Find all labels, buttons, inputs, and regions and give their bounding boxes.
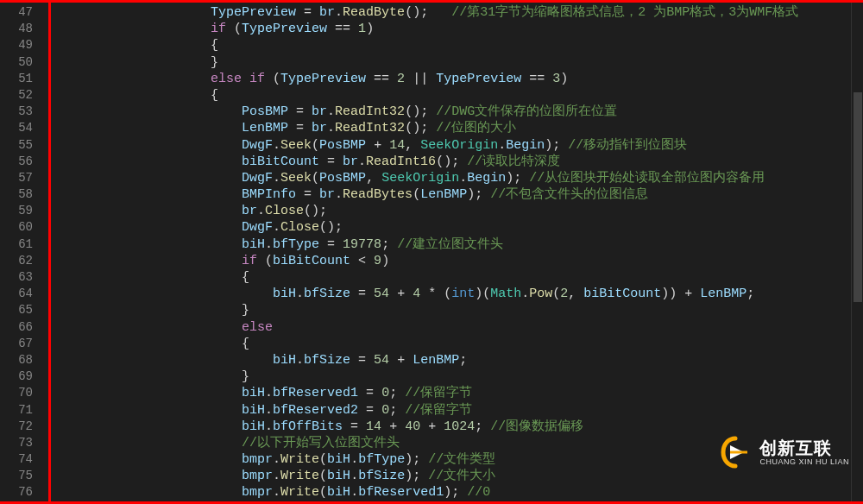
vertical-scrollbar[interactable] xyxy=(851,3,863,501)
code-line[interactable]: if (biBitCount < 9) xyxy=(55,253,863,269)
code-line[interactable]: } xyxy=(55,302,863,318)
code-editor: 4748495051525354555657585960616263646566… xyxy=(0,0,863,504)
line-number: 60 xyxy=(0,219,33,236)
code-line[interactable]: biH.bfOffBits = 14 + 40 + 1024; //图像数据偏移 xyxy=(55,419,863,435)
line-number: 48 xyxy=(0,21,33,37)
code-content[interactable]: TypePreview = br.ReadByte(); //第31字节为缩略图… xyxy=(48,3,863,501)
code-line[interactable]: bmpr.Write(biH.bfSize); //文件大小 xyxy=(55,468,863,484)
code-line[interactable]: { xyxy=(55,336,863,352)
code-line[interactable]: if (TypePreview == 1) xyxy=(55,21,863,37)
code-line[interactable]: biH.bfReserved2 = 0; //保留字节 xyxy=(55,402,863,419)
line-number: 53 xyxy=(0,104,33,120)
line-number: 70 xyxy=(0,385,33,401)
code-line[interactable]: DwgF.Seek(PosBMP, SeekOrigin.Begin); //从… xyxy=(55,170,863,186)
code-line[interactable]: biH.bfReserved1 = 0; //保留字节 xyxy=(55,385,863,401)
code-line[interactable]: biH.bfSize = 54 + LenBMP; xyxy=(55,352,863,369)
line-number: 64 xyxy=(0,286,33,302)
code-area[interactable]: TypePreview = br.ReadByte(); //第31字节为缩略图… xyxy=(48,3,863,501)
code-line[interactable]: DwgF.Close(); xyxy=(55,219,863,236)
line-number: 75 xyxy=(0,468,33,484)
code-line[interactable]: biH.bfType = 19778; //建立位图文件头 xyxy=(55,236,863,253)
line-number: 68 xyxy=(0,352,33,369)
line-number: 58 xyxy=(0,186,33,203)
code-line[interactable]: } xyxy=(55,369,863,385)
line-number: 57 xyxy=(0,170,33,186)
line-number: 62 xyxy=(0,253,33,269)
code-line[interactable]: LenBMP = br.ReadInt32(); //位图的大小 xyxy=(55,120,863,136)
code-line[interactable]: biBitCount = br.ReadInt16(); //读取比特深度 xyxy=(55,154,863,170)
line-number: 69 xyxy=(0,369,33,385)
line-number: 71 xyxy=(0,402,33,419)
code-line[interactable]: BMPInfo = br.ReadBytes(LenBMP); //不包含文件头… xyxy=(55,186,863,203)
line-number: 59 xyxy=(0,203,33,219)
line-number: 72 xyxy=(0,419,33,435)
line-number: 63 xyxy=(0,269,33,286)
line-number: 67 xyxy=(0,336,33,352)
line-number: 74 xyxy=(0,451,33,468)
code-line[interactable]: else if (TypePreview == 2 || TypePreview… xyxy=(55,71,863,87)
code-line[interactable]: br.Close(); xyxy=(55,203,863,219)
watermark: 创新互联 CHUANG XIN HU LIAN xyxy=(718,435,849,469)
code-line[interactable]: { xyxy=(55,269,863,286)
scrollbar-thumb[interactable] xyxy=(854,92,862,302)
code-line[interactable]: } xyxy=(55,54,863,71)
line-number: 66 xyxy=(0,319,33,336)
code-line[interactable]: biH.bfSize = 54 + 4 * (int)(Math.Pow(2, … xyxy=(55,286,863,302)
line-number: 56 xyxy=(0,154,33,170)
line-number: 73 xyxy=(0,435,33,451)
watermark-text-cn: 创新互联 xyxy=(759,439,849,457)
line-number: 76 xyxy=(0,484,33,501)
line-number: 55 xyxy=(0,137,33,154)
code-line[interactable]: DwgF.Seek(PosBMP + 14, SeekOrigin.Begin)… xyxy=(55,137,863,154)
line-number: 51 xyxy=(0,71,33,87)
code-line[interactable]: bmpr.Write(biH.bfReserved1); //0 xyxy=(55,484,863,501)
line-number: 65 xyxy=(0,302,33,318)
code-line[interactable]: else xyxy=(55,319,863,336)
line-number: 49 xyxy=(0,37,33,54)
line-number: 50 xyxy=(0,54,33,71)
line-number: 54 xyxy=(0,120,33,136)
code-line[interactable]: { xyxy=(55,37,863,54)
watermark-logo-icon xyxy=(718,435,753,469)
line-number: 61 xyxy=(0,236,33,253)
code-line[interactable]: { xyxy=(55,87,863,104)
watermark-text-en: CHUANG XIN HU LIAN xyxy=(759,458,849,466)
line-number: 52 xyxy=(0,87,33,104)
line-number-gutter: 4748495051525354555657585960616263646566… xyxy=(0,3,48,501)
line-number: 47 xyxy=(0,4,33,21)
watermark-text: 创新互联 CHUANG XIN HU LIAN xyxy=(759,439,849,466)
code-line[interactable]: PosBMP = br.ReadInt32(); //DWG文件保存的位图所在位… xyxy=(55,104,863,120)
code-line[interactable]: TypePreview = br.ReadByte(); //第31字节为缩略图… xyxy=(55,4,863,21)
fold-indicator-bar xyxy=(48,3,51,501)
